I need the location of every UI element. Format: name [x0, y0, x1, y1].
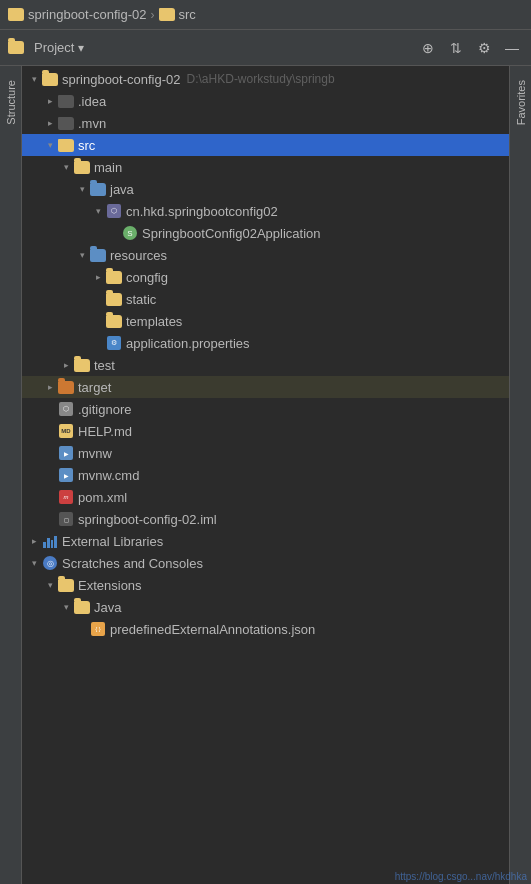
toolbar-gear-button[interactable]: ⚙	[473, 37, 495, 59]
static-label: static	[126, 292, 156, 307]
toolbar: Project ▾ ⊕ ⇅ ⚙ —	[0, 30, 531, 66]
toolbar-split-button[interactable]: ⇅	[445, 37, 467, 59]
predef-icon: { }	[90, 621, 106, 637]
tree-row-congfig[interactable]: congfig	[22, 266, 509, 288]
breadcrumb-src[interactable]: src	[159, 7, 196, 22]
right-tabs: Favorites	[509, 66, 531, 884]
breadcrumb-project-label: springboot-config-02	[28, 7, 147, 22]
file-tree[interactable]: springboot-config-02 D:\aHKD-workstudy\s…	[22, 66, 509, 884]
tree-row-predef[interactable]: { } predefinedExternalAnnotations.json	[22, 618, 509, 640]
app-props-label: application.properties	[126, 336, 250, 351]
tree-row-extensions[interactable]: Extensions	[22, 574, 509, 596]
scratches-arrow	[26, 558, 42, 568]
templates-label: templates	[126, 314, 182, 329]
mvn-arrow	[42, 118, 58, 128]
watermark: https://blog.csgo...nav/hkdhka	[395, 871, 527, 882]
extensions-folder-icon	[58, 577, 74, 593]
main-folder-icon	[74, 159, 90, 175]
extlibs-arrow	[26, 536, 42, 546]
mvn-folder-icon	[58, 115, 74, 131]
mvnw-icon: ▶	[58, 445, 74, 461]
breadcrumb-project[interactable]: springboot-config-02	[8, 7, 147, 22]
gitignore-icon: ⬡	[58, 401, 74, 417]
tree-row-idea[interactable]: .idea	[22, 90, 509, 112]
toolbar-globe-button[interactable]: ⊕	[417, 37, 439, 59]
tree-row-iml[interactable]: ◻ springboot-config-02.iml	[22, 508, 509, 530]
mvnw-label: mvnw	[78, 446, 112, 461]
root-arrow	[26, 74, 42, 84]
target-arrow	[42, 382, 58, 392]
tree-row-package[interactable]: ⬡ cn.hkd.springbootconfig02	[22, 200, 509, 222]
extlibs-icon	[42, 533, 58, 549]
test-folder-icon	[74, 357, 90, 373]
javaext-label: Java	[94, 600, 121, 615]
idea-arrow	[42, 96, 58, 106]
tree-row-app-props[interactable]: ⚙ application.properties	[22, 332, 509, 354]
tree-row-gitignore[interactable]: ⬡ .gitignore	[22, 398, 509, 420]
right-tab-favorites-label: Favorites	[513, 72, 529, 133]
tree-row-javaext[interactable]: Java	[22, 596, 509, 618]
idea-folder-icon	[58, 93, 74, 109]
tree-row-templates[interactable]: templates	[22, 310, 509, 332]
breadcrumb-bar: springboot-config-02 › src	[0, 0, 531, 30]
iml-icon: ◻	[58, 511, 74, 527]
tree-row-scratches[interactable]: ◎ Scratches and Consoles	[22, 552, 509, 574]
tree-row-mvnw[interactable]: ▶ mvnw	[22, 442, 509, 464]
right-tab-favorites[interactable]: Favorites	[510, 66, 531, 139]
tree-row-main[interactable]: main	[22, 156, 509, 178]
mvn-label: .mvn	[78, 116, 106, 131]
barchart-icon	[43, 534, 57, 548]
scratches-icon: ◎	[42, 555, 58, 571]
templates-folder-icon	[106, 313, 122, 329]
java-label: java	[110, 182, 134, 197]
toolbar-project-icon	[8, 40, 24, 56]
tree-row-pomxml[interactable]: m pom.xml	[22, 486, 509, 508]
resources-arrow	[74, 250, 90, 260]
helpmd-label: HELP.md	[78, 424, 132, 439]
main-arrow	[58, 162, 74, 172]
tree-row-extlibs[interactable]: External Libraries	[22, 530, 509, 552]
toolbar-minimize-button[interactable]: —	[501, 37, 523, 59]
project-folder-icon	[8, 8, 24, 21]
extlibs-label: External Libraries	[62, 534, 163, 549]
toolbar-project-label: Project	[34, 40, 74, 55]
tree-row-resources[interactable]: resources	[22, 244, 509, 266]
breadcrumb-src-label: src	[179, 7, 196, 22]
static-folder-icon	[106, 291, 122, 307]
resources-folder-icon	[90, 247, 106, 263]
main-container: Structure springboot-config-02 D:\aHKD-w…	[0, 66, 531, 884]
app-class-label: SpringbootConfig02Application	[142, 226, 321, 241]
tree-row-target[interactable]: target	[22, 376, 509, 398]
tree-row-helpmd[interactable]: MD HELP.md	[22, 420, 509, 442]
extensions-arrow	[42, 580, 58, 590]
pomxml-icon: m	[58, 489, 74, 505]
tree-row-test[interactable]: test	[22, 354, 509, 376]
src-label: src	[78, 138, 95, 153]
tree-row-root[interactable]: springboot-config-02 D:\aHKD-workstudy\s…	[22, 68, 509, 90]
java-folder-icon	[90, 181, 106, 197]
root-folder-icon	[42, 71, 58, 87]
congfig-label: congfig	[126, 270, 168, 285]
package-label: cn.hkd.springbootconfig02	[126, 204, 278, 219]
tree-row-src[interactable]: src	[22, 134, 509, 156]
javaext-arrow	[58, 602, 74, 612]
left-tab-structure[interactable]: Structure	[0, 66, 22, 139]
src-arrow	[42, 140, 58, 150]
breadcrumb-sep1: ›	[151, 8, 155, 22]
tree-row-mvn[interactable]: .mvn	[22, 112, 509, 134]
tree-row-java[interactable]: java	[22, 178, 509, 200]
resources-label: resources	[110, 248, 167, 263]
target-folder-icon	[58, 379, 74, 395]
javaext-folder-icon	[74, 599, 90, 615]
test-arrow	[58, 360, 74, 370]
test-label: test	[94, 358, 115, 373]
left-tab-structure-label: Structure	[3, 72, 19, 133]
tree-row-app-class[interactable]: S SpringbootConfig02Application	[22, 222, 509, 244]
root-label: springboot-config-02	[62, 72, 181, 87]
tree-row-mvnwcmd[interactable]: ▶ mvnw.cmd	[22, 464, 509, 486]
toolbar-dropdown-icon[interactable]: ▾	[78, 41, 84, 55]
predef-label: predefinedExternalAnnotations.json	[110, 622, 315, 637]
congfig-arrow	[90, 272, 106, 282]
tree-row-static[interactable]: static	[22, 288, 509, 310]
package-arrow	[90, 206, 106, 216]
